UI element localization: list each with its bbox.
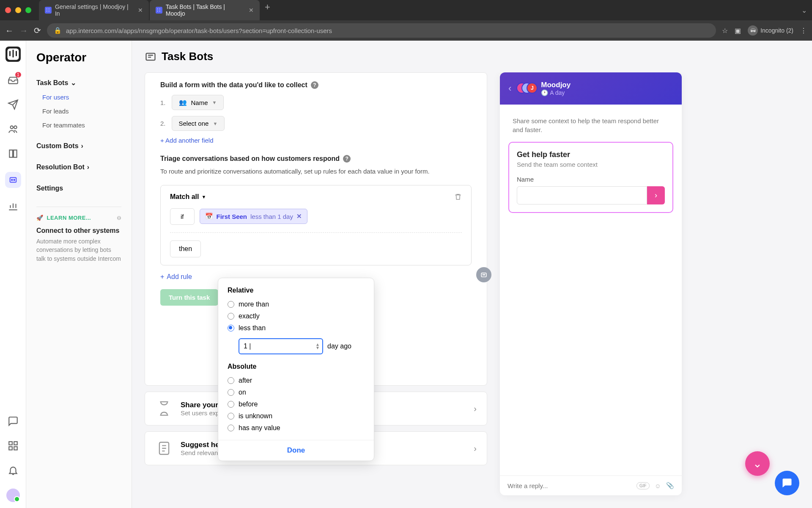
option-exactly[interactable]: exactly xyxy=(228,310,365,322)
nav-settings[interactable]: Settings xyxy=(36,181,121,196)
calendar-icon: 📅 xyxy=(205,213,213,220)
option-on[interactable]: on xyxy=(228,387,365,398)
reload-button[interactable]: ⟳ xyxy=(34,25,41,36)
svg-rect-12 xyxy=(14,447,17,450)
minimize-window-icon[interactable] xyxy=(15,7,21,13)
inbox-badge: 1 xyxy=(15,72,21,77)
option-unknown[interactable]: is unknown xyxy=(228,410,365,422)
nav-resolution-bot[interactable]: Resolution Bot › xyxy=(36,160,121,174)
option-less-than[interactable]: less than xyxy=(228,322,365,334)
reply-input[interactable] xyxy=(508,482,631,489)
back-icon[interactable]: ‹ xyxy=(508,83,511,94)
contacts-nav-icon[interactable] xyxy=(7,123,19,135)
option-more-than[interactable]: more than xyxy=(228,298,365,310)
connect-title: Connect to other systems xyxy=(26,227,132,235)
nav-label: Task Bots xyxy=(36,79,68,87)
nav-for-users[interactable]: For users xyxy=(36,90,121,104)
match-dropdown[interactable]: Match all ▼ xyxy=(170,193,206,201)
svg-rect-6 xyxy=(10,178,16,182)
attachment-icon[interactable]: 📎 xyxy=(666,482,674,489)
nav-label: Resolution Bot xyxy=(36,163,85,171)
tab-label: General settings | Moodjoy | In xyxy=(55,3,134,17)
done-button[interactable]: Done xyxy=(287,446,305,454)
main-area: Task Bots Build a form with the data you… xyxy=(132,41,812,508)
intercom-launcher[interactable] xyxy=(775,471,799,495)
filter-pill[interactable]: 📅 First Seen less than 1 day ✕ xyxy=(200,209,307,224)
nav-for-leads[interactable]: For leads xyxy=(36,104,121,118)
close-window-icon[interactable] xyxy=(5,7,11,13)
close-tab-icon[interactable]: ✕ xyxy=(138,7,143,14)
nav-for-teammates[interactable]: For teammates xyxy=(36,118,121,132)
inbox-nav-icon[interactable]: 1 xyxy=(7,74,19,86)
help-icon[interactable]: ? xyxy=(311,81,318,89)
nav-custom-bots[interactable]: Custom Bots › xyxy=(36,139,121,153)
option-any-value[interactable]: has any value xyxy=(228,422,365,434)
nav-task-bots[interactable]: Task Bots ⌄ xyxy=(36,75,121,90)
messages-nav-icon[interactable] xyxy=(7,415,19,428)
close-tab-icon[interactable]: ✕ xyxy=(249,7,254,14)
match-label: Match all xyxy=(170,193,199,201)
learn-more-label[interactable]: LEARN MORE... xyxy=(47,215,91,221)
day-number-input[interactable]: 1 | ▲▼ xyxy=(239,338,323,354)
bookmark-star-icon[interactable]: ☆ xyxy=(722,27,728,35)
icon-rail: 1 xyxy=(0,41,26,508)
outbound-nav-icon[interactable] xyxy=(7,98,19,111)
avatar-icon: J xyxy=(527,83,538,94)
if-label: if xyxy=(170,208,195,225)
field-name-chip[interactable]: 👥 Name ▼ xyxy=(172,95,224,110)
reports-nav-icon[interactable] xyxy=(7,200,19,213)
card-subtitle: Send the team some context xyxy=(517,161,665,168)
svg-point-16 xyxy=(483,274,484,275)
apps-nav-icon[interactable] xyxy=(7,439,19,452)
url-text: app.intercom.com/a/apps/nnsgmgob/operato… xyxy=(66,27,332,34)
svg-rect-3 xyxy=(16,51,17,56)
articles-nav-icon[interactable] xyxy=(7,147,19,160)
option-label: before xyxy=(239,400,258,408)
bot-toggle-icon[interactable] xyxy=(476,267,491,282)
browser-tab-active[interactable]: ⸬ Task Bots | Task Bots | Moodjo ✕ xyxy=(150,0,260,20)
svg-point-17 xyxy=(484,274,485,275)
turn-on-button[interactable]: Turn this task xyxy=(160,289,218,306)
incognito-indicator[interactable]: 🕶 Incognito (2) xyxy=(748,25,793,36)
task-bots-header-icon xyxy=(145,51,156,63)
option-after[interactable]: after xyxy=(228,375,365,387)
reply-composer: GIF ☺ 📎 xyxy=(500,475,682,495)
submit-arrow-button[interactable]: › xyxy=(647,186,665,204)
extensions-icon[interactable]: ▣ xyxy=(735,27,741,35)
page-header: Task Bots xyxy=(132,41,812,72)
gif-icon[interactable]: GIF xyxy=(636,482,650,489)
scroll-down-fab[interactable]: ⌄ xyxy=(745,451,770,476)
app-logo-icon[interactable] xyxy=(5,47,21,62)
help-icon[interactable]: ? xyxy=(343,155,351,163)
option-label: after xyxy=(239,377,252,384)
maximize-window-icon[interactable] xyxy=(25,7,31,13)
tab-overflow-icon[interactable]: ⌄ xyxy=(801,6,807,14)
option-before[interactable]: before xyxy=(228,398,365,410)
add-rule-label: Add rule xyxy=(167,273,192,281)
chevron-down-icon: ▼ xyxy=(212,100,217,105)
address-bar[interactable]: 🔒 app.intercom.com/a/apps/nnsgmgob/opera… xyxy=(47,23,716,38)
browser-tab[interactable]: ⸬ General settings | Moodjoy | In ✕ xyxy=(39,0,149,20)
spinner-icon[interactable]: ▲▼ xyxy=(315,343,320,350)
operator-nav-active[interactable] xyxy=(5,172,21,188)
triage-section-title: Triage conversations based on how custom… xyxy=(160,155,472,163)
sidebar-title: Operator xyxy=(26,51,132,72)
remove-filter-icon[interactable]: ✕ xyxy=(296,213,302,220)
name-input[interactable] xyxy=(517,186,647,204)
user-avatar[interactable] xyxy=(6,489,20,502)
connect-desc: Automate more complex conversations by l… xyxy=(26,235,132,263)
trash-icon[interactable] xyxy=(454,193,462,201)
browser-menu-icon[interactable]: ⋮ xyxy=(800,27,807,35)
svg-rect-10 xyxy=(14,442,17,445)
triage-desc: To route and prioritize conversations au… xyxy=(160,167,472,177)
new-tab-button[interactable]: + xyxy=(261,0,274,20)
dismiss-icon[interactable]: ⊖ xyxy=(117,215,122,221)
notifications-nav-icon[interactable] xyxy=(7,464,19,477)
emoji-icon[interactable]: ☺ xyxy=(655,482,661,489)
field-select-chip[interactable]: Select one ▼ xyxy=(172,116,225,131)
svg-rect-2 xyxy=(12,50,14,58)
back-button[interactable]: ← xyxy=(5,26,14,36)
window-controls xyxy=(5,7,31,13)
forward-button[interactable]: → xyxy=(19,26,28,36)
add-field-link[interactable]: + Add another field xyxy=(160,137,472,144)
